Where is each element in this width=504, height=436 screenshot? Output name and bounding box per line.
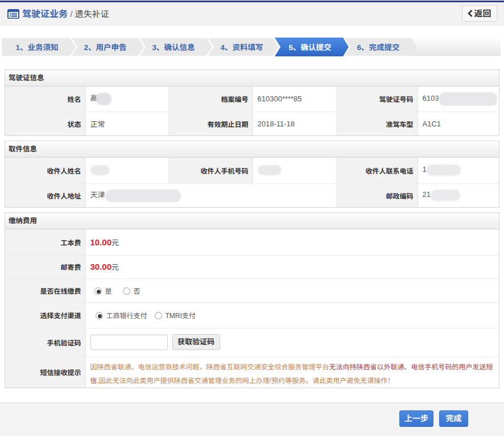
svg-text:1、业务须知: 1、业务须知 [15,43,58,52]
svg-text:4、资料填写: 4、资料填写 [220,43,263,52]
svg-text:6、完成提交: 6、完成提交 [357,43,399,52]
svg-text:3、确认信息: 3、确认信息 [152,43,195,52]
svg-text:5、确认提交: 5、确认提交 [288,43,331,52]
svg-text:2、用户申告: 2、用户申告 [84,43,126,52]
